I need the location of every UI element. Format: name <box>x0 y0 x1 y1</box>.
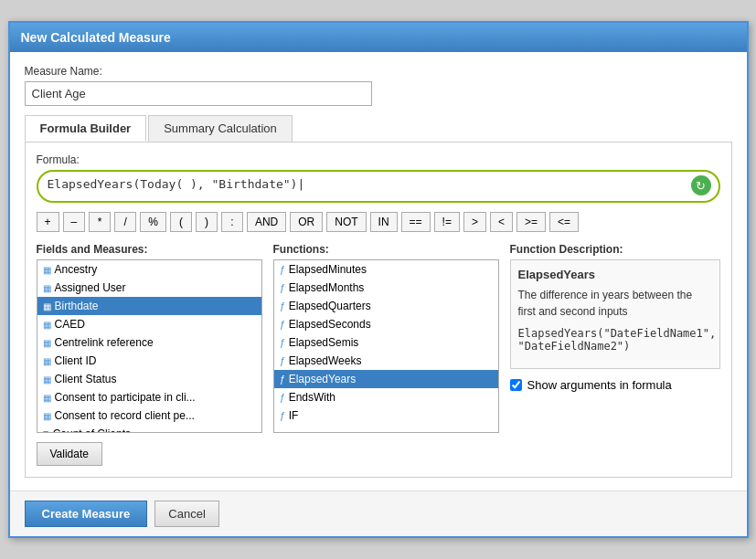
op-colon[interactable]: : <box>221 212 243 232</box>
function-description-box: ElapsedYears The difference in years bet… <box>510 259 720 369</box>
list-item[interactable]: ƒ ElapsedSeconds <box>274 315 498 333</box>
formula-section: Formula: ↻ <box>37 153 720 203</box>
func-desc-text: The difference in years between the firs… <box>518 287 712 320</box>
op-plus[interactable]: + <box>37 212 59 232</box>
op-minus[interactable]: – <box>63 212 86 232</box>
tab-formula-builder[interactable]: Formula Builder <box>25 115 147 142</box>
function-description-col: Function Description: ElapsedYears The d… <box>510 243 720 433</box>
op-neq[interactable]: != <box>434 212 460 232</box>
func-icon: ƒ <box>280 355 285 366</box>
sum-icon: ∑ <box>43 429 49 434</box>
op-divide[interactable]: / <box>114 212 136 232</box>
refresh-button[interactable]: ↻ <box>691 175 711 195</box>
grid-icon: ▦ <box>43 411 51 421</box>
op-close-paren[interactable]: ) <box>196 212 218 232</box>
list-item[interactable]: ▦ Consent to record client pe... <box>37 406 261 425</box>
list-item[interactable]: ▦ Centrelink reference <box>37 333 261 352</box>
list-item-elapsedyears[interactable]: ƒ ElapsedYears <box>274 370 498 388</box>
list-item[interactable]: ▦ Client Status <box>37 370 261 388</box>
grid-icon: ▦ <box>43 356 51 366</box>
list-item[interactable]: ∑ Count of Clients <box>37 425 261 433</box>
grid-icon: ▦ <box>43 393 51 403</box>
formula-builder-panel: Formula: ↻ + – * / % ( ) : AND OR NOT IN… <box>25 142 732 478</box>
op-percent[interactable]: % <box>140 212 166 232</box>
show-args-row: Show arguments in formula <box>510 378 720 392</box>
modal-body: Measure Name: Formula Builder Summary Ca… <box>10 52 747 490</box>
grid-icon: ▦ <box>43 265 51 275</box>
grid-icon: ▦ <box>43 320 51 330</box>
list-item[interactable]: ƒ IF <box>274 406 498 425</box>
op-lt[interactable]: < <box>490 212 513 232</box>
formula-input[interactable] <box>48 177 682 191</box>
formula-label: Formula: <box>37 153 720 166</box>
func-icon: ƒ <box>280 301 285 311</box>
functions-title: Functions: <box>273 243 499 256</box>
list-item[interactable]: ƒ ElapsedWeeks <box>274 352 498 370</box>
list-item[interactable]: ▦ Ancestry <box>37 260 261 279</box>
measure-name-label: Measure Name: <box>25 65 732 78</box>
list-item[interactable]: ▦ Assigned User <box>37 279 261 297</box>
op-open-paren[interactable]: ( <box>170 212 192 232</box>
op-lte[interactable]: <= <box>549 212 579 232</box>
grid-icon: ▦ <box>43 301 51 311</box>
func-icon: ƒ <box>280 337 285 348</box>
op-not[interactable]: NOT <box>326 212 366 232</box>
grid-icon: ▦ <box>43 283 51 293</box>
tabs-row: Formula Builder Summary Calculation <box>25 115 732 142</box>
grid-icon: ▦ <box>43 374 51 385</box>
fields-measures-list: ▦ Ancestry ▦ Assigned User ▦ Birthdate <box>37 259 262 433</box>
list-item[interactable]: ƒ ElapsedSemis <box>274 333 498 352</box>
list-item[interactable]: ƒ EndsWith <box>274 388 498 406</box>
func-icon: ƒ <box>280 319 285 330</box>
modal-footer: Create Measure Cancel <box>10 490 747 536</box>
create-measure-button[interactable]: Create Measure <box>25 501 148 527</box>
formula-container: ↻ <box>37 170 720 203</box>
func-icon: ƒ <box>280 282 285 293</box>
function-description-title: Function Description: <box>510 243 720 256</box>
list-item-birthdate[interactable]: ▦ Birthdate <box>37 297 261 315</box>
op-and[interactable]: AND <box>247 212 286 232</box>
validate-row: Validate <box>37 442 720 466</box>
func-icon: ƒ <box>280 410 285 421</box>
measure-name-row: Measure Name: <box>25 65 732 106</box>
measure-name-input[interactable] <box>25 81 372 106</box>
operators-row: + – * / % ( ) : AND OR NOT IN == != > < … <box>37 212 720 232</box>
func-icon: ƒ <box>280 374 285 385</box>
cancel-button[interactable]: Cancel <box>154 501 218 527</box>
new-calculated-measure-modal: New Calculated Measure Measure Name: For… <box>8 21 749 538</box>
op-eq[interactable]: == <box>401 212 431 232</box>
list-item[interactable]: ▦ CAED <box>37 315 261 333</box>
modal-header: New Calculated Measure <box>10 23 747 52</box>
op-gt[interactable]: > <box>463 212 486 232</box>
func-code: ElapsedYears("DateFieldName1", "DateFiel… <box>518 327 712 353</box>
functions-col: Functions: ƒ ElapsedMinutes ƒ ElapsedMon… <box>273 243 499 433</box>
tab-summary-calculation[interactable]: Summary Calculation <box>148 115 293 142</box>
list-item[interactable]: ▦ Client ID <box>37 352 261 370</box>
op-multiply[interactable]: * <box>89 212 111 232</box>
show-args-checkbox[interactable] <box>510 379 522 391</box>
show-args-label: Show arguments in formula <box>527 378 672 392</box>
columns-row: Fields and Measures: ▦ Ancestry ▦ Assign… <box>37 243 720 433</box>
grid-icon: ▦ <box>43 338 51 348</box>
list-item[interactable]: ƒ ElapsedMonths <box>274 279 498 297</box>
functions-list: ƒ ElapsedMinutes ƒ ElapsedMonths ƒ Elaps… <box>273 259 499 433</box>
validate-button[interactable]: Validate <box>37 442 102 466</box>
func-icon: ƒ <box>280 264 285 275</box>
list-item[interactable]: ƒ ElapsedQuarters <box>274 297 498 315</box>
func-icon: ƒ <box>280 392 285 403</box>
op-gte[interactable]: >= <box>516 212 546 232</box>
op-in[interactable]: IN <box>370 212 398 232</box>
list-item[interactable]: ƒ ElapsedMinutes <box>274 260 498 279</box>
list-item[interactable]: ▦ Consent to participate in cli... <box>37 388 261 406</box>
fields-measures-col: Fields and Measures: ▦ Ancestry ▦ Assign… <box>37 243 262 433</box>
func-name: ElapsedYears <box>518 268 712 281</box>
modal-title: New Calculated Measure <box>21 30 171 45</box>
fields-measures-title: Fields and Measures: <box>37 243 262 256</box>
op-or[interactable]: OR <box>290 212 323 232</box>
